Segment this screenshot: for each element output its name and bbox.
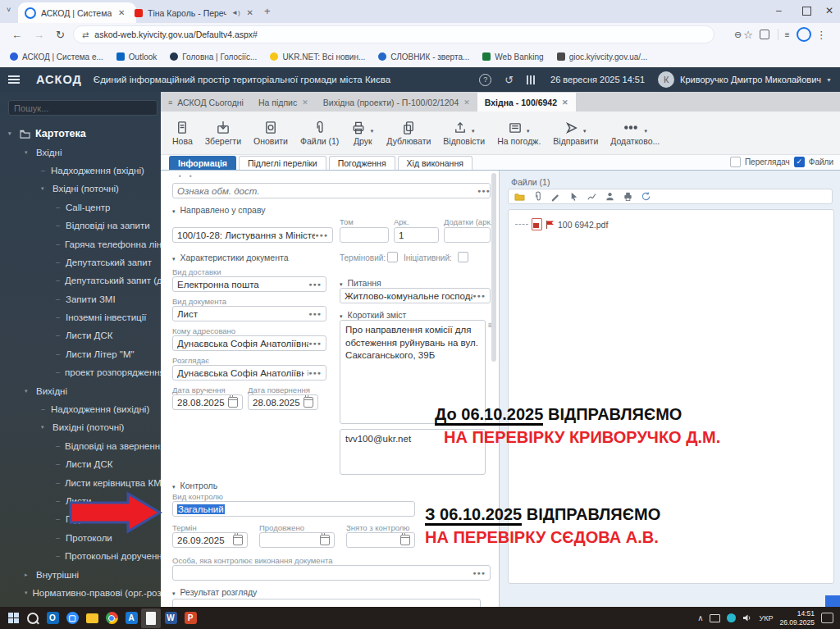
sidebar-tree-item[interactable]: –Запити ЗМІ xyxy=(0,290,161,308)
sidebar-tree-item[interactable]: –Листи ДСК xyxy=(0,326,161,344)
avatar[interactable]: К xyxy=(658,71,674,88)
sidebar-tree-item[interactable]: –Call-центр xyxy=(0,198,161,217)
ellipsis-button[interactable]: ●●● xyxy=(308,281,322,287)
browser-menu-icon[interactable]: ⋮ xyxy=(816,29,827,41)
bookmark-holosiiv[interactable]: Головна | Голосіїс... xyxy=(170,52,257,62)
splitter-handle[interactable]: ▪ ▪ xyxy=(179,172,195,180)
files-button[interactable]: Файли (1) xyxy=(300,121,339,146)
back-icon[interactable]: ← xyxy=(11,29,22,41)
close-icon[interactable]: ✕ xyxy=(247,8,253,17)
bookmark-ukrnet[interactable]: UKR.NET: Всі новин... xyxy=(270,52,365,62)
ellipsis-button[interactable]: ●●● xyxy=(477,188,491,194)
sidebar-tree-item[interactable]: –Депутатський запит xyxy=(0,253,161,271)
user-name[interactable]: Криворучко Дмитро Миколайович xyxy=(680,75,821,84)
sidebar-tree-item[interactable]: –Відповіді на запити xyxy=(0,217,161,235)
volume-icon[interactable] xyxy=(742,613,752,622)
section-question[interactable]: Питання xyxy=(340,278,381,288)
sidebar-tree-item[interactable]: ▾Нормативно-правові (орг.-розп.) xyxy=(0,584,161,602)
calendar-icon[interactable] xyxy=(233,535,243,545)
start-button[interactable] xyxy=(3,608,23,628)
chevron-down-icon[interactable]: ▼ xyxy=(826,77,832,83)
refresh-files-icon[interactable] xyxy=(641,191,651,202)
handed-date-field[interactable]: 28.08.2025 xyxy=(172,394,243,410)
sidebar-tree-item[interactable]: –Гаряча телефонна лінія xyxy=(0,235,161,253)
more-button[interactable]: ▼Додатково... xyxy=(610,121,660,146)
refresh-button[interactable]: Оновити xyxy=(253,121,288,146)
certificate-person-icon[interactable] xyxy=(605,191,615,202)
taskbar-askod-app-icon[interactable]: А xyxy=(121,608,141,628)
barcode-icon[interactable] xyxy=(527,75,536,84)
calendar-icon[interactable] xyxy=(320,535,330,545)
initiative-checkbox[interactable] xyxy=(458,252,468,262)
new-tab-icon[interactable]: + xyxy=(264,5,271,17)
section-case[interactable]: Направлено у справу xyxy=(172,205,266,215)
attach-icon[interactable] xyxy=(532,191,543,202)
taskbar-outlook-icon[interactable]: O xyxy=(43,608,62,628)
ellipsis-button[interactable]: ●●● xyxy=(472,570,486,576)
extended-field[interactable] xyxy=(259,532,335,548)
window-minimize-icon[interactable]: – xyxy=(776,5,782,16)
case-field[interactable]: 100/10-28: Листування з Міністерствами, … xyxy=(172,227,333,243)
taskbar-search-icon[interactable] xyxy=(23,608,43,628)
tab-incoming-100-6942[interactable]: Вхідна - 100/6942✕ xyxy=(477,93,576,112)
select-cursor-icon[interactable] xyxy=(568,191,579,202)
result-field[interactable] xyxy=(172,599,481,607)
ark-field[interactable]: 1 xyxy=(394,227,439,243)
bookmark-webbanking[interactable]: Web Banking xyxy=(482,52,543,62)
form-scrollbar[interactable] xyxy=(491,173,496,362)
term-field[interactable]: 26.09.2025 xyxy=(172,532,248,548)
returned-date-field[interactable]: 28.08.2025 xyxy=(248,394,318,410)
taskbar-powerpoint-icon[interactable]: P xyxy=(180,608,200,628)
delivery-field[interactable]: Електронна пошта●●● xyxy=(172,276,326,292)
controller-field[interactable]: ●●● xyxy=(172,565,491,581)
sidebar-tree-item[interactable]: –Надходження (вихідні) xyxy=(0,400,161,418)
ellipsis-button[interactable]: ●●● xyxy=(308,311,322,317)
section-control[interactable]: Контроль xyxy=(172,481,217,490)
control-type-field[interactable]: Загальний xyxy=(172,501,415,517)
tab-search-chevron-icon[interactable]: ˅ xyxy=(7,6,11,14)
reload-icon[interactable]: ↻ xyxy=(56,29,65,41)
restricted-access-field[interactable] xyxy=(172,183,491,198)
browser-tab-askod[interactable]: АСКОД | Система електронно ✕ xyxy=(18,2,136,23)
add-folder-icon[interactable] xyxy=(514,191,525,202)
doctype-field[interactable]: Лист●●● xyxy=(172,306,326,321)
ellipsis-button[interactable]: ●●● xyxy=(315,232,328,238)
calendar-icon[interactable] xyxy=(228,397,238,408)
extensions-icon[interactable] xyxy=(760,30,769,39)
sidebar-tree-item[interactable]: –Депутатський запит (до сесії) xyxy=(0,271,161,289)
sidebar-tree-item[interactable]: ▾Вхідні (поточні) xyxy=(0,180,161,198)
taskbar-word-icon[interactable]: W xyxy=(161,608,180,628)
sidebar-tree-item[interactable]: –Іноземні інвестиції xyxy=(0,308,161,326)
reading-list-icon[interactable]: ≡ xyxy=(785,30,790,39)
close-icon[interactable]: ✕ xyxy=(562,98,568,107)
tab-agreement[interactable]: Погодження xyxy=(329,156,395,170)
sidebar-tree-item[interactable]: –Листи Літер "М" xyxy=(0,345,161,363)
print-button[interactable]: ▼Друк xyxy=(351,121,374,146)
sidebar-tree-item[interactable]: –проект розпорядження xyxy=(0,363,161,381)
taskbar-explorer-icon[interactable] xyxy=(82,608,102,628)
sidebar-tree-item[interactable]: ▾Вихідні (поточні) xyxy=(0,418,161,436)
tab-for-signature[interactable]: На підпис✕ xyxy=(251,93,316,112)
search-input[interactable] xyxy=(8,100,158,116)
omnibox[interactable]: ⇄ askod-web.kyivcity.gov.ua/Defaultv4.as… xyxy=(73,25,714,43)
tab-execution[interactable]: Хід виконання xyxy=(398,156,472,170)
section-properties[interactable]: Характеристики документа xyxy=(172,253,288,262)
language-indicator[interactable]: УКР xyxy=(759,614,773,622)
ellipsis-button[interactable]: ●●● xyxy=(308,370,322,376)
tab-askod-today[interactable]: ≡АСКОД Сьогодні xyxy=(161,93,251,112)
ellipsis-button[interactable]: ●●● xyxy=(472,293,486,299)
section-result[interactable]: Результат розгляду xyxy=(172,587,257,597)
sidebar-tree-item[interactable]: –Листи керівництва КМВА xyxy=(0,473,161,491)
taskbar-zoom-icon[interactable]: ▢ xyxy=(62,608,82,628)
history-icon[interactable]: ↺ xyxy=(504,74,514,86)
question-field[interactable]: Житлово-комунальне господарство●●● xyxy=(340,288,491,303)
sidebar-tree-item[interactable]: –Протокольні доручення xyxy=(0,547,161,565)
addressee-field[interactable]: Дунаєвська Софія Анатоліївна●●● xyxy=(172,335,326,351)
taskbar-active-document-icon[interactable] xyxy=(141,608,161,628)
duplicate-button[interactable]: Дублювати xyxy=(386,121,431,146)
close-icon[interactable]: ✕ xyxy=(302,98,308,107)
profile-avatar-icon[interactable] xyxy=(797,27,811,42)
calendar-icon[interactable] xyxy=(400,535,410,545)
sidebar-item-kartoteka[interactable]: ▾Картотека xyxy=(0,125,161,143)
new-button[interactable]: Нова xyxy=(172,121,193,146)
